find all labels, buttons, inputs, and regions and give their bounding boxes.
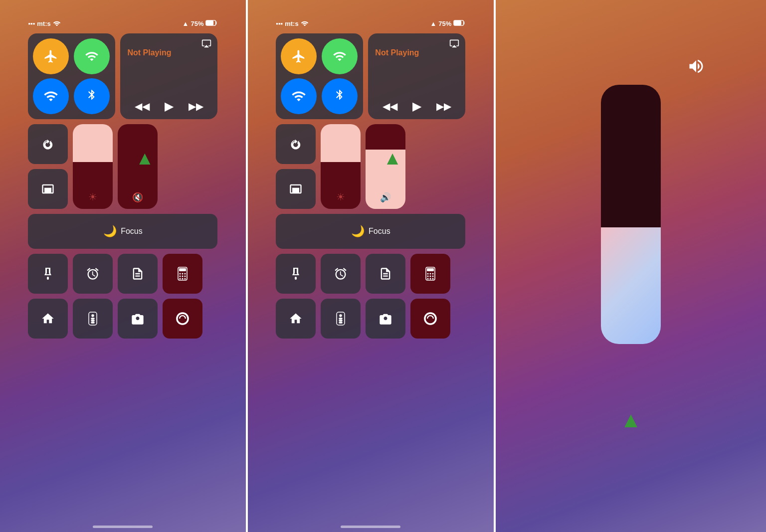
battery-icon-2 [453,20,465,27]
media-block-2: Not Playing ◀◀ ▶ ▶▶ [368,33,465,119]
svg-point-27 [432,273,434,275]
svg-point-26 [430,273,431,275]
fourth-row-1 [28,299,217,339]
panel-3: ▲ [496,0,766,532]
svg-point-11 [180,278,181,280]
svg-rect-4 [179,268,186,271]
svg-point-12 [182,278,184,280]
camera-btn-1[interactable] [118,299,158,339]
svg-point-8 [180,276,181,277]
svg-rect-21 [454,21,461,25]
flashlight-btn-1[interactable] [28,254,68,294]
carrier-text-2: mt:s [285,20,298,27]
airplay-icon-1[interactable] [201,38,211,51]
rotation-lock-btn-1[interactable] [28,124,68,164]
svg-point-15 [92,315,94,317]
camera-btn-2[interactable] [366,299,405,339]
alarm-btn-2[interactable] [321,254,361,294]
not-playing-text-2: Not Playing [375,48,458,57]
screen-mirror-btn-2[interactable] [276,169,316,209]
brightness-slider-1[interactable]: ☀ [73,124,113,209]
media-controls-2: ◀◀ ▶ ▶▶ [375,99,458,113]
green-arrow-large: ▲ [620,407,642,432]
signal-icon-1: ▪▪▪ [28,20,35,27]
top-row-1: Not Playing ◀◀ ▶ ▶▶ [28,33,217,119]
wifi-toggle-2[interactable] [281,78,317,114]
home-btn-1[interactable] [28,299,68,339]
calculator-btn-1[interactable] [163,254,202,294]
cellular-toggle-1[interactable] [74,38,110,74]
cc-container-1: Not Playing ◀◀ ▶ ▶▶ [28,33,217,339]
svg-point-25 [427,273,429,275]
bluetooth-toggle-2[interactable] [322,78,358,114]
focus-label-2: Focus [369,227,390,236]
play-button-2[interactable]: ▶ [412,99,421,113]
status-bar-1: ▪▪▪ mt:s ▲ 75% [28,20,217,27]
panel-1: ▪▪▪ mt:s ▲ 75% [0,0,246,532]
carrier-text-1: mt:s [37,20,50,27]
moon-icon-1: 🌙 [103,225,117,238]
third-row-1 [28,254,217,294]
svg-point-13 [185,278,186,280]
cellular-toggle-2[interactable] [322,38,358,74]
rewind-button-2[interactable]: ◀◀ [383,100,397,112]
focus-row-1: 🌙 Focus [28,214,217,249]
vol-bottom [601,227,661,344]
notes-btn-1[interactable] [118,254,158,294]
media-controls-1: ◀◀ ▶ ▶▶ [127,99,210,113]
airplay-icon-2[interactable] [449,38,459,51]
signal-icon-2: ▪▪▪ [276,20,283,27]
alarm-btn-1[interactable] [73,254,113,294]
svg-point-31 [427,278,429,280]
battery-icon-1 [205,20,217,27]
svg-rect-36 [339,318,342,319]
bluetooth-toggle-1[interactable] [74,78,110,114]
focus-btn-2[interactable]: 🌙 Focus [276,214,465,249]
panel-2: ▪▪▪ mt:s ▲ 75% [248,0,494,532]
forward-button-2[interactable]: ▶▶ [436,100,451,112]
wifi-toggle-1[interactable] [33,78,69,114]
rotation-lock-btn-2[interactable] [276,124,316,164]
play-button-1[interactable]: ▶ [165,99,174,113]
airplane-toggle-2[interactable] [281,38,317,74]
svg-point-32 [430,278,431,280]
third-row-2 [276,254,465,294]
wifi-icon-1 [53,20,61,27]
flashlight-btn-2[interactable] [276,254,316,294]
svg-point-35 [340,315,342,317]
status-left-1: ▪▪▪ mt:s [28,20,60,27]
forward-button-1[interactable]: ▶▶ [189,100,203,112]
airplane-toggle-1[interactable] [33,38,69,74]
accessibility-btn-1[interactable] [163,299,202,339]
status-right-1: ▲ 75% [183,20,218,27]
volume-slider-large[interactable] [601,85,661,344]
status-bar-2: ▪▪▪ mt:s ▲ 75% [276,20,465,27]
svg-point-29 [430,276,431,277]
focus-btn-1[interactable]: 🌙 Focus [28,214,217,249]
svg-rect-1 [206,21,213,25]
svg-rect-37 [339,320,342,321]
focus-label-1: Focus [121,227,143,236]
left-icons-1 [28,124,68,209]
remote-btn-1[interactable] [73,299,113,339]
svg-point-30 [432,276,434,277]
svg-rect-18 [91,322,94,323]
calculator-btn-2[interactable] [410,254,450,294]
accessibility-btn-2[interactable] [410,299,450,339]
svg-point-33 [432,278,434,280]
network-block-1 [28,33,115,119]
screen-mirror-btn-1[interactable] [28,169,68,209]
brightness-slider-2[interactable]: ☀ [321,124,361,209]
green-arrow-1: ▲ [135,148,154,169]
location-icon-2: ▲ [430,20,436,27]
location-icon-1: ▲ [183,20,189,27]
notes-btn-2[interactable] [366,254,405,294]
svg-rect-22 [295,277,297,280]
remote-btn-2[interactable] [321,299,361,339]
svg-rect-2 [47,277,49,280]
cc-container-2: Not Playing ◀◀ ▶ ▶▶ [276,33,465,339]
speaker-icon-large [686,57,706,75]
speaker-icon-area [686,57,706,77]
home-btn-2[interactable] [276,299,316,339]
rewind-button-1[interactable]: ◀◀ [135,100,150,112]
